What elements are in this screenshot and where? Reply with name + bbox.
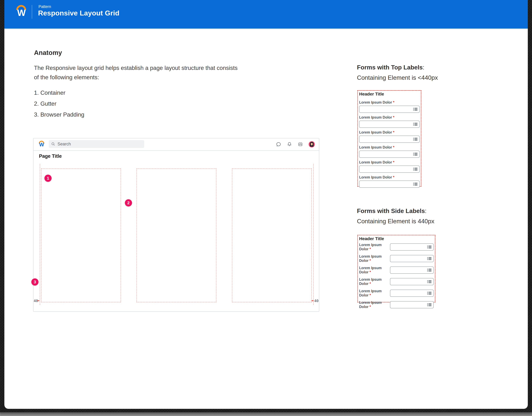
- required-asterisk: *: [393, 115, 394, 119]
- bell-icon[interactable]: [287, 142, 292, 147]
- browser-mockup: W: [33, 138, 319, 312]
- anatomy-list: 1. Container 2. Gutter 3. Browser Paddin…: [34, 90, 84, 123]
- heading-colon: :: [423, 64, 424, 71]
- text-input[interactable]: [359, 180, 420, 188]
- form-field-row: Lorem Ipsum Dolor *: [359, 175, 420, 188]
- dimension-arrow-left-icon: [38, 300, 40, 301]
- text-input[interactable]: [390, 255, 434, 262]
- field-label: Lorem Ipsum Dolor *: [359, 175, 420, 179]
- required-asterisk: *: [370, 247, 371, 251]
- anatomy-heading: Anatomy: [34, 49, 62, 57]
- topbar-icon-group: [276, 139, 315, 150]
- pattern-title: Responsive Layout Grid: [38, 9, 119, 17]
- header-divider: [32, 5, 32, 19]
- required-asterisk: *: [393, 130, 394, 134]
- list-prompt-icon[interactable]: [427, 303, 432, 307]
- form-field-row: Lorem Ipsum Dolor *: [359, 100, 420, 113]
- form-field-row: Lorem Ipsum Dolor *: [359, 254, 434, 263]
- search-icon: [51, 142, 55, 146]
- list-prompt-icon[interactable]: [427, 257, 432, 260]
- text-input[interactable]: [359, 136, 420, 143]
- field-label: Lorem Ipsum Dolor *: [359, 100, 420, 105]
- search-box[interactable]: [49, 140, 144, 148]
- list-prompt-icon[interactable]: [427, 245, 432, 249]
- text-input[interactable]: [359, 151, 420, 158]
- mockup-page-title: Page Title: [39, 153, 62, 159]
- field-label: Lorem Ipsum Dolor *: [359, 243, 390, 251]
- form-field-row: Lorem Ipsum Dolor *: [359, 300, 434, 309]
- list-prompt-icon[interactable]: [413, 108, 418, 111]
- anatomy-description: The Responsive layout grid helps establi…: [34, 63, 238, 82]
- form-field-row: Lorem Ipsum Dolor *: [359, 145, 420, 158]
- list-prompt-icon[interactable]: [427, 268, 432, 272]
- required-asterisk: *: [393, 145, 394, 149]
- field-label: Lorem Ipsum Dolor *: [359, 277, 390, 286]
- annotation-badge-container: 1: [44, 175, 52, 182]
- forms-top-labels-subtitle: Containing Element is <440px: [357, 74, 438, 81]
- heading-text: Forms with Top Labels: [357, 64, 423, 71]
- text-input[interactable]: [390, 278, 434, 285]
- form-top-labels: Header Title Lorem Ipsum Dolor *Lorem Ip…: [357, 90, 421, 187]
- text-input[interactable]: [359, 166, 420, 173]
- text-input[interactable]: [359, 106, 420, 113]
- list-item-gutter: 2. Gutter: [34, 101, 84, 107]
- field-label: Lorem Ipsum Dolor *: [359, 266, 390, 274]
- padding-dimension-right: 40: [314, 299, 319, 303]
- text-input[interactable]: [390, 267, 434, 274]
- mockup-topbar: W: [34, 139, 319, 151]
- browser-padding-line-left: [40, 164, 40, 305]
- forms-side-labels-heading: Forms with Side Labels:: [357, 208, 427, 214]
- field-label: Lorem Ipsum Dolor *: [359, 145, 420, 149]
- text-input[interactable]: [359, 121, 420, 128]
- form-field-row: Lorem Ipsum Dolor *: [359, 160, 420, 173]
- list-prompt-icon[interactable]: [413, 168, 418, 171]
- form-header-title: Header Title: [359, 92, 420, 97]
- form-field-row: Lorem Ipsum Dolor *: [359, 243, 434, 251]
- side-labels-fields: Lorem Ipsum Dolor *Lorem Ipsum Dolor *Lo…: [359, 243, 434, 309]
- list-prompt-icon[interactable]: [413, 138, 418, 141]
- field-label: Lorem Ipsum Dolor *: [359, 160, 420, 164]
- field-label: Lorem Ipsum Dolor *: [359, 289, 390, 297]
- forms-side-labels-subtitle: Containing Element is 440px: [357, 218, 434, 225]
- grid-column-1: [41, 168, 121, 302]
- list-prompt-icon[interactable]: [413, 182, 418, 186]
- grid-column-3: [232, 168, 312, 302]
- list-prompt-icon[interactable]: [427, 280, 432, 283]
- workday-logo: W: [15, 8, 27, 18]
- annotation-badge-gutter: 2: [125, 199, 132, 207]
- list-prompt-icon[interactable]: [413, 152, 418, 156]
- required-asterisk: *: [370, 305, 371, 309]
- list-prompt-icon[interactable]: [427, 291, 432, 295]
- text-input[interactable]: [390, 243, 434, 251]
- chat-icon[interactable]: [276, 142, 281, 147]
- form-field-row: Lorem Ipsum Dolor *: [359, 266, 434, 274]
- required-asterisk: *: [393, 160, 394, 164]
- field-label: Lorem Ipsum Dolor *: [359, 115, 420, 119]
- form-field-row: Lorem Ipsum Dolor *: [359, 289, 434, 297]
- field-label: Lorem Ipsum Dolor *: [359, 254, 390, 263]
- required-asterisk: *: [370, 293, 371, 297]
- heading-text: Forms with Side Labels: [357, 208, 425, 214]
- form-header-title: Header Title: [359, 236, 434, 241]
- workday-logo[interactable]: W: [38, 142, 45, 148]
- form-field-row: Lorem Ipsum Dolor *: [359, 115, 420, 128]
- required-asterisk: *: [370, 258, 371, 263]
- search-input[interactable]: [57, 141, 142, 147]
- list-item-browser-padding: 3. Browser Padding: [34, 112, 84, 118]
- field-label: Lorem Ipsum Dolor *: [359, 130, 420, 135]
- required-asterisk: *: [393, 100, 394, 104]
- form-side-labels: Header Title Lorem Ipsum Dolor *Lorem Ip…: [357, 235, 435, 302]
- browser-padding-line-right: [313, 164, 314, 305]
- text-input[interactable]: [390, 290, 434, 297]
- heading-colon: :: [425, 208, 427, 214]
- app-header: W Pattern Responsive Layout Grid: [4, 0, 528, 29]
- required-asterisk: *: [393, 175, 394, 179]
- list-item-container: 1. Container: [34, 90, 84, 96]
- required-asterisk: *: [370, 270, 371, 274]
- list-prompt-icon[interactable]: [413, 122, 418, 126]
- grid-column-2: [137, 168, 216, 302]
- annotation-badge-browser-padding: 3: [31, 278, 38, 286]
- text-input[interactable]: [390, 301, 434, 308]
- inbox-icon[interactable]: [298, 142, 303, 147]
- avatar[interactable]: [309, 141, 315, 148]
